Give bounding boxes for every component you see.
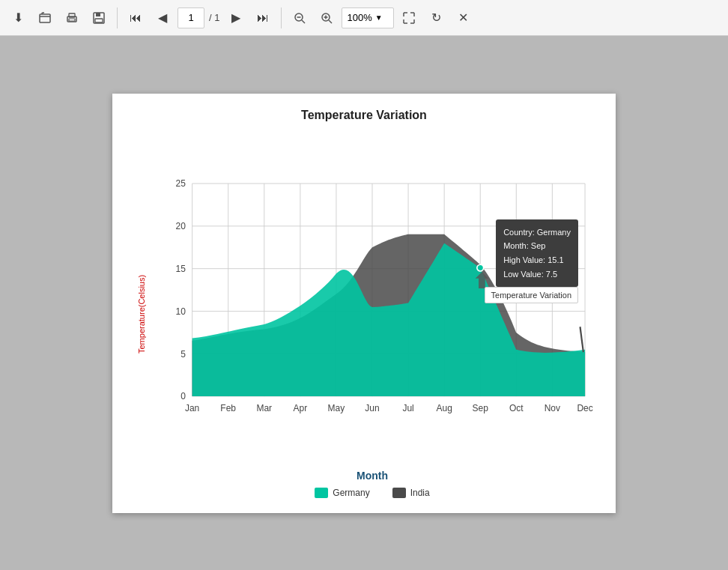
svg-text:Jun: Jun — [365, 402, 379, 413]
chart-title: Temperature Variation — [135, 109, 593, 122]
legend-item-germany: Germany — [315, 488, 369, 498]
legend: Germany India — [151, 488, 593, 498]
svg-line-52 — [580, 327, 583, 352]
next-page-button[interactable]: ▶ — [224, 6, 248, 30]
tooltip: Country: Germany Month: Sep High Value: … — [496, 219, 578, 288]
svg-rect-3 — [69, 19, 75, 21]
zoom-out-button[interactable] — [288, 6, 312, 30]
zoom-select[interactable]: 100% ▼ — [342, 7, 394, 28]
svg-text:May: May — [328, 402, 345, 413]
svg-text:Jul: Jul — [402, 402, 413, 413]
svg-rect-6 — [95, 19, 103, 22]
svg-text:15: 15 — [176, 264, 186, 274]
download-button[interactable]: ⬇ — [6, 6, 30, 30]
svg-point-50 — [477, 264, 484, 271]
svg-text:Nov: Nov — [545, 402, 560, 413]
close-button[interactable]: ✕ — [451, 6, 475, 30]
divider-2 — [281, 7, 282, 28]
legend-color-india — [392, 488, 406, 498]
legend-label-germany: Germany — [333, 488, 369, 498]
tooltip-high: High Value: 15.1 — [503, 253, 571, 267]
svg-text:Apr: Apr — [294, 402, 308, 413]
content-area: Temperature Variation Temperature(Celsiu… — [0, 36, 728, 570]
zoom-value: 100% — [347, 12, 371, 23]
svg-text:Oct: Oct — [509, 402, 524, 413]
zoom-dropdown-arrow: ▼ — [375, 13, 383, 22]
svg-text:0: 0 — [181, 391, 186, 401]
fullscreen-button[interactable] — [397, 6, 421, 30]
tooltip-month: Month: Sep — [503, 239, 571, 253]
page-separator: / 1 — [207, 12, 221, 23]
pdf-page: Temperature Variation Temperature(Celsiu… — [112, 94, 616, 513]
toolbar: ⬇ ⏮ ◀ / 1 ▶ ⏭ 100% ▼ ↻ ✕ — [0, 0, 728, 36]
svg-text:20: 20 — [176, 221, 186, 231]
svg-rect-5 — [96, 13, 100, 16]
svg-text:Feb: Feb — [220, 402, 236, 413]
svg-text:Sep: Sep — [473, 402, 489, 413]
legend-label-india: India — [410, 488, 430, 498]
y-axis-label: Temperature(Celsius) — [135, 130, 148, 498]
first-page-button[interactable]: ⏮ — [124, 6, 148, 30]
svg-text:Aug: Aug — [436, 402, 452, 413]
prev-page-button[interactable]: ◀ — [151, 6, 175, 30]
print-button[interactable] — [60, 6, 84, 30]
tooltip-country: Country: Germany — [503, 225, 571, 240]
svg-text:Mar: Mar — [256, 402, 272, 413]
page-input[interactable] — [178, 7, 204, 28]
svg-text:Dec: Dec — [577, 402, 592, 413]
chart-inner: 0 5 10 15 20 25 Jan Feb Mar Apr May Jun — [151, 130, 593, 498]
zoom-in-button[interactable] — [315, 6, 339, 30]
divider-1 — [117, 7, 118, 28]
open-button[interactable] — [33, 6, 57, 30]
x-axis-label: Month — [151, 470, 593, 482]
svg-text:10: 10 — [176, 306, 186, 316]
tooltip-series-label: Temperature Variation — [485, 287, 578, 303]
last-page-button[interactable]: ⏭ — [251, 6, 275, 30]
tooltip-low: Low Value: 7.5 — [503, 267, 571, 282]
svg-text:Jan: Jan — [185, 402, 199, 413]
chart-area: Temperature(Celsius) — [135, 130, 593, 498]
svg-line-13 — [329, 20, 332, 23]
save-button[interactable] — [87, 6, 111, 30]
svg-line-9 — [302, 20, 305, 23]
svg-rect-0 — [40, 14, 50, 22]
svg-text:5: 5 — [181, 348, 186, 359]
legend-color-germany — [315, 488, 328, 498]
refresh-button[interactable]: ↻ — [424, 6, 448, 30]
chart-svg-area: 0 5 10 15 20 25 Jan Feb Mar Apr May Jun — [151, 130, 593, 467]
legend-item-india: India — [392, 488, 430, 498]
svg-text:25: 25 — [176, 178, 186, 189]
